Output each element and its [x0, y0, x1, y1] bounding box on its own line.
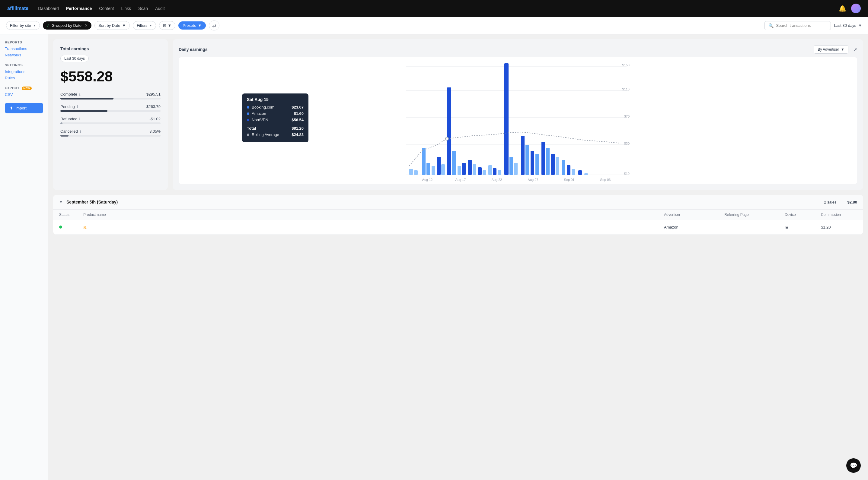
svg-rect-49 [584, 173, 588, 175]
group-title: September 5th (Saturday) [66, 200, 118, 204]
complete-progress-fill [60, 98, 114, 100]
filters-label: Filters [137, 23, 147, 28]
svg-rect-31 [488, 165, 492, 175]
refunded-value: -$1.02 [149, 117, 161, 121]
cancelled-value: 8.05% [149, 129, 161, 134]
svg-rect-45 [562, 160, 565, 175]
svg-rect-19 [427, 163, 430, 175]
cancelled-info-icon[interactable]: ℹ [80, 129, 81, 134]
adjust-button[interactable]: ⇄ [209, 21, 219, 30]
date-range-selector[interactable]: Last 30 days ▼ [834, 23, 862, 28]
svg-rect-43 [551, 154, 555, 175]
import-label: Import [16, 106, 27, 110]
table-header: Status Product name Advertiser Referring… [53, 210, 863, 220]
date-arrow-icon: ▼ [858, 23, 862, 28]
svg-rect-47 [571, 169, 575, 175]
svg-text:Aug 12: Aug 12 [422, 178, 433, 181]
sidebar-settings-label: SETTINGS [5, 63, 43, 67]
tooltip-rolling-dot [247, 134, 249, 136]
svg-rect-34 [504, 63, 508, 175]
sidebar-reports-section: REPORTS Transactions Networks [5, 40, 43, 57]
earnings-period-badge: Last 30 days [60, 55, 89, 62]
close-icon[interactable]: ✕ [85, 23, 88, 28]
pending-value: $263.79 [146, 104, 161, 109]
chart-tooltip: Sat Aug 15 Booking.com $23.07 Amazon [242, 94, 308, 142]
group-sales-count: 2 sales [824, 200, 836, 204]
tooltip-amazon-value: $1.60 [294, 111, 304, 116]
status-dot-green [59, 226, 62, 229]
row-product: a [83, 224, 664, 231]
svg-rect-42 [546, 148, 550, 175]
columns-button[interactable]: ⊟ ▼ [159, 21, 175, 30]
chart-title: Daily earnings [179, 47, 208, 52]
columns-arrow-icon: ▼ [167, 23, 172, 28]
avatar[interactable] [851, 4, 861, 13]
pending-progress-fill [60, 110, 107, 112]
search-icon: 🔍 [768, 23, 774, 28]
import-button[interactable]: ⬆ Import [5, 103, 43, 113]
filter-by-site-label: Filter by site [10, 23, 31, 28]
presets-button[interactable]: Presets ▼ [178, 22, 206, 30]
sidebar-item-networks[interactable]: Networks [5, 53, 43, 57]
complete-progress-bar [60, 98, 161, 100]
nav-content[interactable]: Content [99, 6, 114, 11]
search-input[interactable] [776, 23, 827, 28]
tooltip-total-row: Total $81.20 [247, 126, 304, 131]
nav-audit[interactable]: Audit [155, 6, 165, 11]
sort-by-date-button[interactable]: Sort by Date ▼ [94, 21, 130, 30]
nav-dashboard[interactable]: Dashboard [38, 6, 59, 11]
by-advertiser-button[interactable]: By Advertiser ▼ [814, 45, 848, 54]
nav-performance[interactable]: Performance [66, 6, 92, 11]
svg-rect-48 [578, 170, 582, 175]
tooltip-total-label: Total [247, 126, 256, 131]
sidebar-settings-section: SETTINGS Integrations Rules [5, 63, 43, 80]
svg-rect-23 [447, 88, 451, 175]
cancelled-stat-row: Cancelled ℹ 8.05% [60, 129, 161, 134]
chat-bubble[interactable]: 💬 [846, 458, 861, 473]
filter-by-site-button[interactable]: Filter by site ▼ [6, 21, 40, 30]
grouped-by-date-label: Grouped by Date [52, 23, 82, 28]
new-badge: NEW [22, 87, 32, 90]
nav-links-link[interactable]: Links [121, 6, 131, 11]
sidebar-item-transactions[interactable]: Transactions [5, 46, 43, 51]
pending-info-icon[interactable]: ℹ [77, 105, 78, 109]
grouped-by-date-button[interactable]: ✓ Grouped by Date ✕ [43, 22, 91, 30]
filters-button[interactable]: Filters ▼ [133, 21, 156, 30]
group-amount: $2.80 [847, 200, 857, 204]
svg-rect-25 [458, 166, 461, 175]
svg-rect-41 [541, 142, 545, 175]
svg-rect-20 [432, 166, 435, 175]
tooltip-date: Sat Aug 15 [247, 97, 304, 102]
group-chevron-icon[interactable]: ▼ [59, 200, 63, 204]
sidebar-item-rules[interactable]: Rules [5, 76, 43, 80]
svg-rect-40 [535, 154, 539, 175]
col-status: Status [59, 212, 83, 217]
tooltip-nordvpn-label: NordVPN [247, 117, 268, 122]
sidebar-item-csv[interactable]: CSV [5, 92, 43, 97]
columns-icon: ⊟ [163, 23, 166, 28]
sidebar-item-integrations[interactable]: Integrations [5, 69, 43, 74]
presets-arrow-icon: ▼ [198, 23, 202, 28]
svg-rect-33 [498, 170, 501, 175]
bell-icon[interactable]: 🔔 [839, 5, 846, 12]
main-layout: REPORTS Transactions Networks SETTINGS I… [0, 34, 868, 480]
content-area: Total earnings Last 30 days $558.28 Comp… [48, 34, 868, 480]
pending-label: Pending ℹ [60, 104, 78, 109]
check-icon: ✓ [46, 23, 50, 28]
tooltip-nordvpn-dot [247, 119, 249, 121]
transactions-section: ▼ September 5th (Saturday) 2 sales $2.80… [53, 195, 863, 235]
tooltip-rolling-label: Rolling Average [247, 132, 279, 137]
cancelled-progress-bar [60, 135, 161, 137]
complete-label: Complete ℹ [60, 92, 81, 97]
nav-scan[interactable]: Scan [138, 6, 148, 11]
refunded-progress-bar [60, 123, 161, 124]
svg-rect-44 [556, 157, 559, 175]
refunded-info-icon[interactable]: ℹ [79, 117, 81, 121]
tooltip-rolling-row: Rolling Average $24.83 [247, 132, 304, 137]
svg-rect-24 [452, 151, 456, 175]
daily-earnings-card: Daily earnings By Advertiser ▼ ⤢ $150 $1… [173, 39, 863, 190]
expand-icon[interactable]: ⤢ [853, 47, 857, 53]
sort-arrow-icon: ▼ [122, 23, 126, 28]
complete-info-icon[interactable]: ℹ [79, 92, 81, 97]
table-row: a Amazon 🖥 $1.20 [53, 220, 863, 235]
